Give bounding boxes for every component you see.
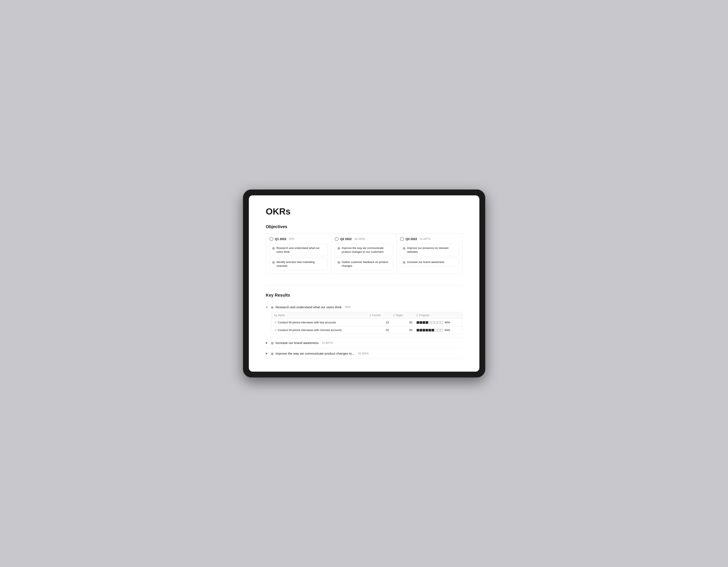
objective-text-q3-1: Improve our presence on relevant website… (407, 246, 456, 254)
quarter-column-q1: Q1 2022 55% ◎ Research and understand wh… (266, 234, 331, 274)
progress-block (423, 329, 425, 331)
kr-group-brand: ▶ ◎ Increase our brand awareness 31.667% (266, 337, 462, 348)
quarter-circle-q3 (400, 237, 404, 241)
target-icon: ◎ (403, 247, 405, 250)
kr-row-1-progress: 46% (417, 321, 459, 324)
kr-group-research-title: Research and understand what our users t… (276, 305, 342, 309)
kr-group-research: ▼ ◎ Research and understand what our use… (266, 302, 462, 337)
table-row: ↗ Conduct 50 phone interviews with churn… (271, 326, 462, 334)
kr-row-1-target: 50 (393, 321, 417, 324)
progress-blocks-1 (417, 321, 443, 324)
progress-block (435, 321, 437, 324)
kr-group-communicate: ▶ ◎ Improve the way we communicate produ… (266, 348, 462, 359)
quarter-label-q1: Q1 2022 (275, 237, 286, 241)
objective-card-q2-2[interactable]: ◎ Gather customer feedback on product ch… (335, 258, 393, 270)
objective-text-q3-2: Increase our brand awareness (407, 260, 444, 264)
progress-block (432, 329, 434, 331)
objective-card-q2-1[interactable]: ◎ Improve the way we communicate product… (335, 244, 393, 256)
hash-icon-target: # (393, 314, 395, 316)
objective-card-q1-2[interactable]: ◎ Identify and test new marketing channe… (269, 258, 328, 270)
col-target-label: # Target (393, 314, 417, 317)
kr-group-brand-title: Increase our brand awareness (276, 341, 319, 344)
objective-text-q2-2: Gather customer feedback on product chan… (342, 260, 390, 268)
kr-group-communicate-header[interactable]: ▶ ◎ Improve the way we communicate produ… (266, 352, 462, 355)
progress-block (429, 321, 431, 324)
kr-table-header: Aa Name # Current # Target Σ (271, 312, 462, 319)
progress-block (423, 321, 425, 324)
kr-target-icon: ◎ (271, 341, 274, 344)
quarter-pct-q1: 55% (289, 237, 294, 241)
progress-block (429, 329, 431, 331)
progress-block (420, 329, 422, 331)
target-icon: ◎ (338, 247, 340, 250)
kr-row-1-current: 23 (370, 321, 393, 324)
quarter-label-q3: Q3 2022 (406, 237, 417, 241)
text-icon: Aa (274, 314, 277, 316)
progress-block (417, 321, 419, 324)
target-icon: ◎ (272, 261, 275, 264)
progress-block (426, 321, 428, 324)
quarter-circle-q2 (335, 237, 339, 241)
sigma-icon: Σ (417, 314, 418, 316)
quarter-circle-q1 (269, 237, 273, 241)
kr-target-icon: ◎ (271, 305, 274, 309)
kr-row-1-pct: 46% (445, 321, 450, 324)
quarter-column-q2: Q2 2022 33.333% ◎ Improve the way we com… (331, 234, 397, 274)
screen: OKRs Objectives Q1 2022 55% ◎ Research a… (249, 195, 479, 372)
quarter-header-q1: Q1 2022 55% (269, 237, 328, 241)
target-icon: ◎ (338, 261, 340, 264)
objectives-section-title: Objectives (266, 224, 462, 229)
kr-row-2-pct: 64% (445, 328, 450, 332)
key-results-title: Key Results (266, 293, 462, 297)
trend-up-icon: ↗ (274, 321, 276, 324)
table-row: ↗ Conduct 50 phone interviews with key a… (271, 319, 462, 326)
objective-text-q2-1: Improve the way we communicate product c… (342, 246, 390, 254)
kr-group-communicate-pct: 33.333% (358, 352, 369, 355)
objective-card-q1-1[interactable]: ◎ Research and understand what our users… (269, 244, 328, 256)
kr-group-research-header[interactable]: ▼ ◎ Research and understand what our use… (266, 305, 462, 309)
page-title: OKRs (266, 207, 462, 217)
kr-row-2-progress: 64% (417, 328, 459, 332)
objectives-section: Objectives Q1 2022 55% ◎ Research and un… (266, 224, 462, 274)
kr-target-icon: ◎ (271, 352, 274, 355)
target-icon: ◎ (403, 261, 405, 264)
quarter-label-q2: Q2 2022 (340, 237, 352, 241)
progress-block (437, 321, 440, 324)
kr-row-2-current: 32 (370, 328, 393, 332)
kr-group-brand-pct: 31.667% (322, 341, 333, 344)
kr-row-1-name: ↗ Conduct 50 phone interviews with key a… (274, 321, 370, 324)
quarter-header-q3: Q3 2022 31.667% (400, 237, 459, 241)
kr-collapse-icon: ▼ (266, 306, 269, 308)
key-results-section: Key Results ▼ ◎ Research and understand … (266, 285, 462, 359)
progress-block (420, 321, 422, 324)
device-frame: OKRs Objectives Q1 2022 55% ◎ Research a… (243, 190, 485, 378)
kr-group-brand-header[interactable]: ▶ ◎ Increase our brand awareness 31.667% (266, 341, 462, 344)
col-current-label: # Current (370, 314, 393, 317)
progress-block (432, 321, 434, 324)
quarter-pct-q2: 33.333% (354, 237, 365, 241)
trend-up-icon: ↗ (274, 329, 276, 332)
quarter-pct-q3: 31.667% (420, 237, 430, 241)
kr-row-2-target: 50 (393, 328, 417, 332)
objective-card-q3-2[interactable]: ◎ Increase our brand awareness (400, 258, 459, 267)
progress-blocks-2 (417, 329, 443, 331)
kr-results-table: Aa Name # Current # Target Σ (271, 312, 462, 334)
objective-text-q1-2: Identify and test new marketing channels (276, 260, 325, 268)
progress-block (426, 329, 428, 331)
progress-block (417, 329, 419, 331)
objective-card-q3-1[interactable]: ◎ Improve our presence on relevant websi… (400, 244, 459, 256)
kr-row-2-name: ↗ Conduct 50 phone interviews with churn… (274, 328, 370, 332)
kr-expand-icon: ▶ (266, 352, 269, 355)
objectives-grid: Q1 2022 55% ◎ Research and understand wh… (266, 234, 462, 274)
kr-group-research-pct: 55% (345, 305, 351, 309)
progress-block (435, 329, 437, 331)
quarter-header-q2: Q2 2022 33.333% (335, 237, 393, 241)
progress-block (440, 329, 443, 331)
quarter-column-q3: Q3 2022 31.667% ◎ Improve our presence o… (397, 234, 462, 274)
col-progress-label: Σ Progress (417, 314, 459, 317)
hash-icon-current: # (370, 314, 371, 316)
kr-expand-icon: ▶ (266, 341, 269, 344)
progress-block (440, 321, 443, 324)
progress-block (437, 329, 440, 331)
kr-group-communicate-title: Improve the way we communicate product c… (276, 352, 355, 355)
